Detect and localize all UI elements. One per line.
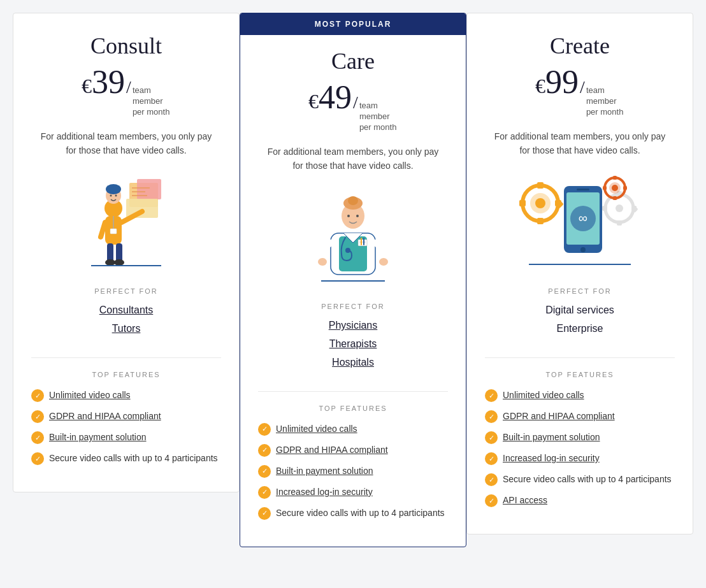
feature-item: ✓ API access: [485, 494, 675, 507]
plan-card-care: MOST POPULAR Care € 49 / team member per…: [240, 13, 466, 547]
check-icon: ✓: [258, 423, 271, 436]
features-list-consult: ✓ Unlimited video calls ✓ GDPR and HIPAA…: [31, 389, 221, 473]
svg-rect-55: [617, 220, 622, 226]
perfect-for-enterprise: Enterprise: [485, 320, 675, 338]
feature-text: Secure video calls with up to 4 particip…: [276, 506, 445, 520]
svg-rect-1: [137, 179, 161, 199]
check-icon: ✓: [258, 486, 271, 499]
svg-point-34: [379, 258, 388, 266]
plan-price-consult: € 39 / team member per month: [31, 66, 221, 118]
svg-point-23: [345, 248, 350, 253]
price-currency-care: €: [308, 90, 319, 113]
care-illustration-svg: [308, 185, 398, 287]
perfect-for-tutors[interactable]: Tutors: [31, 320, 221, 338]
perfect-for-digital: Digital services: [485, 301, 675, 320]
perfect-for-hospitals[interactable]: Hospitals: [258, 354, 448, 372]
svg-point-53: [616, 204, 623, 212]
plan-card-consult: Consult € 39 / team member per month For…: [13, 13, 240, 492]
check-icon: ✓: [485, 452, 498, 465]
price-amount-create: 99: [545, 66, 579, 99]
check-icon: ✓: [258, 465, 271, 478]
feature-text[interactable]: Unlimited video calls: [49, 389, 131, 402]
svg-point-44: [535, 198, 545, 208]
feature-text[interactable]: GDPR and HIPAA compliant: [49, 410, 161, 423]
perfect-for-physicians[interactable]: Physicians: [258, 317, 448, 335]
price-period-create: team member per month: [586, 85, 624, 118]
features-list-care: ✓ Unlimited video calls ✓ GDPR and HIPAA…: [258, 422, 448, 527]
feature-text[interactable]: Built-in payment solution: [503, 431, 600, 444]
plan-description-create: For additional team members, you only pa…: [485, 129, 675, 158]
perfect-for-label-care: PERFECT FOR: [258, 303, 448, 310]
svg-point-33: [318, 258, 327, 266]
svg-point-40: [580, 247, 586, 252]
svg-rect-63: [613, 196, 617, 200]
feature-item: ✓ Secure video calls with up to 4 partic…: [258, 506, 448, 520]
top-features-label-consult: TOP FEATURES: [31, 371, 221, 378]
svg-rect-64: [623, 186, 627, 190]
svg-line-15: [101, 222, 105, 237]
feature-item: ✓ Increased log-in security: [258, 485, 448, 499]
svg-rect-24: [358, 240, 367, 246]
feature-text[interactable]: Built-in payment solution: [49, 431, 147, 444]
feature-text[interactable]: Unlimited video calls: [503, 389, 584, 402]
feature-item: ✓ GDPR and HIPAA compliant: [258, 443, 448, 457]
feature-text[interactable]: GDPR and HIPAA compliant: [503, 410, 615, 423]
svg-point-8: [106, 184, 121, 194]
plan-price-create: € 99 / team member per month: [485, 66, 675, 118]
perfect-for-section-create: PERFECT FOR Digital services Enterprise: [485, 287, 675, 338]
consult-illustration-svg: [78, 170, 174, 272]
plan-illustration-create: ∞: [485, 170, 675, 272]
feature-text[interactable]: Built-in payment solution: [276, 464, 373, 478]
divider-consult: [31, 357, 221, 358]
feature-item: ✓ Increased log-in security: [485, 452, 675, 465]
plan-illustration-care: [258, 185, 448, 287]
feature-text: Secure video calls with up to 4 particip…: [503, 473, 672, 486]
svg-point-30: [348, 196, 358, 205]
plan-description-consult: For additional team members, you only pa…: [31, 129, 221, 158]
feature-text[interactable]: GDPR and HIPAA compliant: [276, 443, 388, 457]
svg-rect-48: [519, 200, 526, 206]
perfect-for-therapists[interactable]: Therapists: [258, 335, 448, 354]
svg-point-61: [612, 185, 618, 191]
svg-rect-41: [577, 189, 589, 190]
perfect-for-label-consult: PERFECT FOR: [31, 287, 221, 295]
feature-text[interactable]: Increased log-in security: [276, 485, 373, 499]
create-illustration-svg: ∞: [516, 170, 644, 272]
price-period-consult: team member per month: [133, 85, 171, 118]
feature-item: ✓ GDPR and HIPAA compliant: [485, 410, 675, 423]
feature-item: ✓ GDPR and HIPAA compliant: [31, 410, 221, 423]
plan-price-care: € 49 / team member per month: [258, 81, 448, 133]
feature-text: Secure video calls with up to 4 particip…: [49, 452, 218, 465]
check-icon: ✓: [31, 410, 44, 423]
features-list-create: ✓ Unlimited video calls ✓ GDPR and HIPAA…: [485, 389, 675, 515]
popular-banner: MOST POPULAR: [240, 13, 466, 35]
svg-point-18: [105, 259, 115, 266]
feature-text[interactable]: Unlimited video calls: [276, 422, 357, 436]
svg-rect-46: [537, 218, 544, 224]
feature-item: ✓ Unlimited video calls: [31, 389, 221, 402]
svg-point-10: [115, 195, 117, 197]
feature-item: ✓ Built-in payment solution: [485, 431, 675, 444]
perfect-for-label-create: PERFECT FOR: [485, 287, 675, 295]
feature-text[interactable]: API access: [503, 494, 547, 507]
svg-rect-26: [361, 238, 362, 245]
svg-rect-62: [613, 176, 617, 180]
feature-item: ✓ Secure video calls with up to 4 partic…: [485, 473, 675, 486]
svg-rect-27: [363, 238, 364, 245]
check-icon: ✓: [31, 452, 44, 465]
svg-rect-65: [603, 186, 607, 190]
feature-item: ✓ Built-in payment solution: [258, 464, 448, 478]
svg-point-31: [347, 215, 350, 217]
feature-text[interactable]: Increased log-in security: [503, 452, 600, 465]
perfect-for-section-care: PERFECT FOR Physicians Therapists Hospit…: [258, 303, 448, 371]
check-icon: ✓: [258, 444, 271, 457]
divider-care: [258, 391, 448, 392]
svg-point-9: [110, 195, 112, 197]
check-icon: ✓: [485, 431, 498, 444]
plan-title-consult: Consult: [31, 32, 221, 59]
check-icon: ✓: [31, 431, 44, 444]
top-features-label-care: TOP FEATURES: [258, 405, 448, 412]
perfect-for-consultants[interactable]: Consultants: [31, 301, 221, 320]
plan-card-create: Create € 99 / team member per month For …: [466, 13, 693, 534]
svg-point-19: [114, 259, 124, 266]
